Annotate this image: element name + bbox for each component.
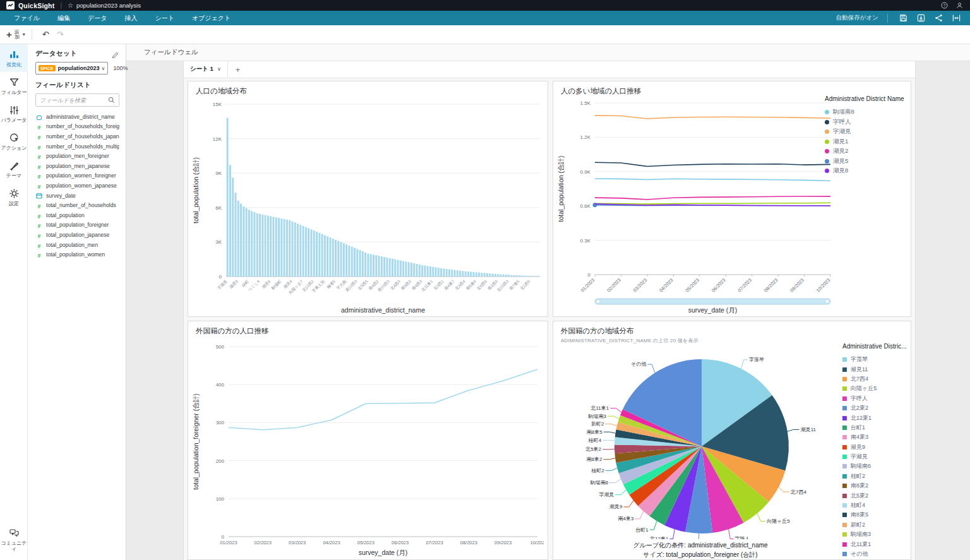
svg-text:南7東5: 南7東5: [508, 278, 520, 290]
legend-item[interactable]: 南4東3: [842, 432, 908, 442]
sheet-tab[interactable]: シート 1 ∨: [184, 61, 228, 78]
legend-item[interactable]: 字藻琴: [842, 355, 908, 364]
rail-item-label: 視覚化: [6, 62, 21, 68]
svg-text:03/2023: 03/2023: [632, 277, 649, 294]
line-chart[interactable]: 010020030040050001/202302/202303/202304/…: [191, 337, 544, 559]
edit-dataset-icon[interactable]: [112, 50, 119, 57]
legend-item[interactable]: 字潮見: [825, 127, 906, 137]
field-item[interactable]: #total_population_women: [35, 249, 119, 259]
field-item[interactable]: administrative_district_name: [35, 112, 119, 122]
menu-data[interactable]: データ: [79, 14, 116, 23]
menu-object[interactable]: オブジェクト: [183, 14, 239, 23]
legend-item[interactable]: 潮見2: [825, 146, 906, 157]
field-item[interactable]: #total_population: [35, 210, 119, 220]
svg-text:1.2K: 1.2K: [580, 134, 591, 140]
field-item[interactable]: survey_date: [35, 191, 119, 201]
legend-item[interactable]: 北12東1: [842, 413, 908, 422]
user-icon[interactable]: [955, 1, 964, 10]
field-well-label: フィールドウェル: [144, 48, 198, 57]
rail-item-visualize[interactable]: 視覚化: [0, 44, 28, 72]
rail-item-community[interactable]: コミュニティ: [0, 523, 28, 556]
field-item[interactable]: #population_women_japanese: [35, 181, 119, 191]
field-name: total_population_foreigner: [46, 222, 109, 228]
add-sheet-button[interactable]: +: [228, 62, 248, 78]
menu-insert[interactable]: 挿入: [116, 14, 146, 23]
autosave-status[interactable]: 自動保存がオン: [836, 14, 878, 22]
legend-item[interactable]: 潮見5: [825, 157, 906, 167]
legend-item[interactable]: 新町2: [842, 520, 908, 530]
legend-item[interactable]: 字潮見: [842, 452, 908, 462]
legend-item[interactable]: 字呼人: [842, 394, 908, 403]
field-item[interactable]: #total_number_of_households: [35, 200, 119, 210]
help-icon[interactable]: ?: [940, 1, 949, 10]
svg-text:潮見9: 潮見9: [609, 504, 623, 509]
chart-title[interactable]: 外国籍の方の地域分布: [561, 326, 634, 336]
svg-text:駒場南3: 駒場南3: [588, 414, 607, 419]
legend-item[interactable]: 向陽ヶ丘5: [842, 384, 908, 393]
share-icon[interactable]: [933, 13, 943, 23]
pie-chart[interactable]: 字藻琴潮見11北7西4向陽ヶ丘5字呼人北2東2北12東1台町1南4東3潮見9字潮…: [557, 347, 841, 539]
field-item[interactable]: #population_women_foreigner: [35, 171, 119, 181]
field-item[interactable]: #number_of_households_japanese: [35, 131, 119, 141]
menu-edit[interactable]: 編集: [49, 14, 79, 23]
rail-item-parameters[interactable]: パラメータ: [0, 100, 28, 128]
chart-title[interactable]: 人口の地域分布: [196, 86, 247, 96]
field-well-bar[interactable]: フィールドウェル: [126, 44, 970, 61]
field-item[interactable]: #number_of_households_foreigner: [35, 122, 119, 132]
menu-sheet[interactable]: シート: [146, 14, 183, 23]
legend-item[interactable]: その他: [842, 549, 908, 559]
legend-item[interactable]: 駒場南6: [842, 462, 908, 471]
visual-population-distribution[interactable]: 人口の地域分布 03K6K9K12K15K字潮見潮見9緑町つくし4潮見6駒場町潮…: [188, 81, 548, 317]
legend-title: Administrative Distric...: [842, 343, 908, 350]
rail-item-actions[interactable]: アクション: [0, 128, 28, 155]
undo-icon[interactable]: ↶: [42, 30, 49, 39]
rail-item-settings[interactable]: 設定: [0, 183, 28, 211]
favorite-star-icon[interactable]: ☆: [68, 2, 73, 9]
legend-item[interactable]: 北5東2: [842, 491, 908, 500]
line-chart[interactable]: 00.3K0.6K0.9K1.2K1.5K01/202302/202303/20…: [556, 94, 834, 316]
visual-foreigner-population-trend[interactable]: 外国籍の方の人口推移 010020030040050001/202302/202…: [188, 321, 548, 560]
menu-file[interactable]: ファイル: [5, 14, 49, 23]
redo-icon[interactable]: ↷: [57, 30, 64, 39]
chart-title[interactable]: 外国籍の方の人口推移: [196, 326, 269, 336]
legend-item[interactable]: 桂町2: [842, 472, 908, 481]
field-name: administrative_district_name: [46, 114, 115, 120]
legend-item[interactable]: 潮見8: [825, 166, 906, 176]
legend-item[interactable]: 駒場南3: [842, 530, 908, 539]
legend-label: 字潮見: [833, 128, 851, 136]
legend-item[interactable]: 南8東5: [842, 510, 908, 520]
svg-text:北5西5: 北5西5: [357, 278, 369, 291]
legend-item[interactable]: 潮見9: [842, 443, 908, 452]
legend-item[interactable]: 北2東2: [842, 403, 908, 413]
rail-item-themes[interactable]: テーマ: [0, 155, 28, 183]
field-search-input[interactable]: [40, 97, 108, 104]
field-item[interactable]: #total_population_men: [35, 240, 119, 250]
svg-text:09/2023: 09/2023: [494, 540, 512, 545]
add-visual-button[interactable]: + 追加 ▾: [6, 29, 25, 40]
export-icon[interactable]: [916, 13, 926, 23]
field-item[interactable]: #population_men_foreigner: [35, 151, 119, 161]
visual-foreigner-distribution-pie[interactable]: 外国籍の方の地域分布 ADIMINISTRATIVE_DISTRICT_NAME…: [553, 321, 911, 560]
field-item[interactable]: #total_population_foreigner: [35, 220, 119, 230]
brand-name[interactable]: QuickSight: [18, 2, 54, 9]
field-item[interactable]: #total_population_japanese: [35, 230, 119, 240]
legend-item[interactable]: 南8東2: [842, 481, 908, 491]
legend-item[interactable]: 潮見1: [825, 137, 906, 147]
legend-item[interactable]: 台町1: [842, 423, 908, 432]
legend-item[interactable]: 潮見11: [842, 364, 908, 374]
rail-item-label: 設定: [9, 201, 19, 206]
save-icon[interactable]: [898, 13, 908, 23]
collapse-panels-icon[interactable]: [951, 13, 961, 23]
bar-chart[interactable]: 03K6K9K12K15K字潮見潮見9緑町つくし4潮見6駒場町潮見4向陽ヶ丘7北…: [191, 95, 544, 316]
rail-item-filter[interactable]: フィルター: [0, 72, 28, 100]
legend-item[interactable]: 桂町4: [842, 501, 908, 510]
legend-item[interactable]: 駒場南8: [825, 107, 906, 117]
visual-population-trend-top-districts[interactable]: 人の多い地域の人口推移 00.3K0.6K0.9K1.2K1.5K01/2023…: [553, 81, 911, 317]
quicksight-logo-icon[interactable]: [6, 1, 15, 9]
field-item[interactable]: #population_men_japanese: [35, 161, 119, 171]
legend-item[interactable]: 字呼人: [825, 117, 906, 128]
legend-item[interactable]: 北11東1: [842, 539, 908, 549]
legend-item[interactable]: 北7西4: [842, 374, 908, 384]
dataset-selector[interactable]: SPICE population2023 ∨: [35, 62, 108, 74]
field-item[interactable]: #number_of_households_multiple: [35, 141, 119, 152]
